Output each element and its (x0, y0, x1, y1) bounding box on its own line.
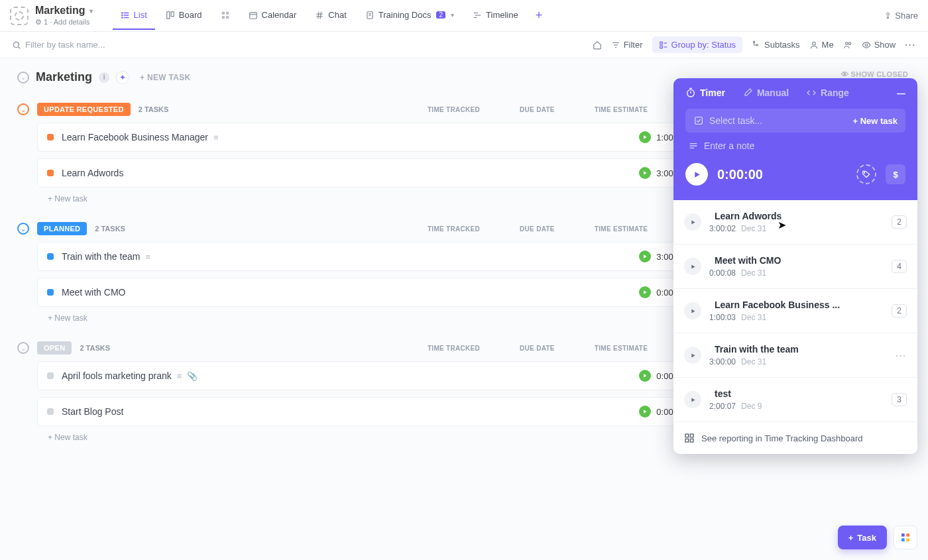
task-name[interactable]: Learn Facebook Business Manager (62, 132, 208, 142)
tag-button[interactable] (856, 164, 876, 184)
new-task-inline-button[interactable]: + New task (852, 116, 898, 126)
task-name[interactable]: Meet with CMO (62, 287, 125, 298)
svg-rect-30 (660, 46, 662, 48)
new-task-header-button[interactable]: + NEW TASK (140, 73, 190, 82)
play-icon[interactable] (639, 131, 651, 143)
svg-rect-58 (690, 439, 693, 442)
show-button[interactable]: Show (862, 40, 896, 50)
task-select-input[interactable]: Select task... + New task (685, 109, 905, 133)
description-icon: ≡ (146, 252, 151, 262)
people-icon[interactable] (843, 40, 852, 50)
task-icon (693, 115, 704, 126)
start-timer-button[interactable] (685, 163, 708, 186)
svg-point-4 (121, 15, 122, 15)
play-icon[interactable] (639, 167, 651, 179)
play-entry-button[interactable] (684, 213, 701, 231)
tab-chat[interactable]: Chat (307, 1, 354, 30)
share-button[interactable]: ⇪Share (884, 11, 918, 21)
minimize-button[interactable]: — (897, 88, 905, 98)
docs-count-badge: 2 (436, 11, 445, 19)
status-square-icon[interactable] (47, 408, 54, 415)
filter-button[interactable]: Filter (611, 40, 643, 50)
status-square-icon[interactable] (47, 372, 54, 379)
status-label[interactable]: PLANNED (37, 222, 87, 235)
play-entry-button[interactable] (684, 347, 701, 364)
more-icon[interactable]: ··· (896, 351, 907, 361)
svg-rect-55 (685, 434, 689, 437)
entry-count[interactable]: 4 (892, 260, 907, 273)
time-entry[interactable]: Learn Adwords 3:00:02Dec 31 2 (673, 200, 917, 245)
play-icon[interactable] (639, 406, 651, 418)
time-entry[interactable]: test 2:00:07Dec 9 3 (673, 378, 917, 422)
entry-count[interactable]: 3 (892, 393, 907, 406)
play-entry-button[interactable] (684, 391, 701, 408)
me-button[interactable]: Me (809, 40, 834, 50)
task-name[interactable]: Learn Adwords (62, 168, 123, 178)
play-entry-button[interactable] (684, 302, 701, 319)
play-icon[interactable] (639, 251, 651, 262)
timer-tab-manual[interactable]: Manual (742, 87, 789, 98)
timer-tab-range[interactable]: Range (806, 87, 849, 98)
status-square-icon[interactable] (47, 170, 54, 176)
tab-calendar[interactable]: Calendar (241, 1, 305, 30)
more-icon[interactable]: ··· (905, 40, 916, 50)
attachment-icon: 📎 (187, 371, 198, 381)
eye-icon (862, 40, 871, 50)
tab-list[interactable]: List (113, 1, 155, 30)
search-input[interactable]: Filter by task name... (12, 40, 105, 50)
add-view-button[interactable]: + (529, 9, 550, 23)
tab-grid[interactable] (213, 2, 238, 30)
task-name[interactable]: Train with the team (62, 251, 141, 262)
group-collapse-button[interactable]: ⌄ (17, 342, 29, 354)
automation-icon[interactable]: ✦ (116, 71, 129, 84)
billable-button[interactable]: $ (886, 164, 905, 184)
timer-tab-timer[interactable]: Timer (685, 87, 725, 98)
space-subtitle[interactable]: ⚙ 1 · Add details (35, 18, 93, 27)
status-square-icon[interactable] (47, 253, 54, 260)
subtasks-button[interactable]: Subtasks (752, 40, 799, 50)
subtasks-label: Subtasks (764, 40, 799, 50)
task-name[interactable]: Start Blog Post (62, 406, 123, 417)
create-task-fab[interactable]: +Task (838, 526, 887, 549)
time-entry[interactable]: Meet with CMO 0:00:08Dec 31 4 (673, 245, 917, 289)
note-input[interactable]: Enter a note (685, 140, 905, 151)
status-label[interactable]: UPDATE REQUESTED (37, 103, 131, 116)
share-label: Share (895, 11, 918, 21)
play-icon[interactable] (639, 370, 651, 382)
note-icon (688, 140, 699, 151)
entry-count[interactable]: 2 (892, 304, 907, 317)
chevron-down-icon: ▾ (451, 11, 454, 19)
apps-fab[interactable] (894, 526, 917, 549)
collapse-all-button[interactable]: ⌄ (17, 72, 29, 84)
status-label[interactable]: OPEN (37, 341, 72, 355)
time-entry[interactable]: Train with the team 3:00:00Dec 31 ··· (673, 333, 917, 378)
home-icon[interactable] (593, 40, 602, 50)
show-closed-button[interactable]: 👁 SHOW CLOSED (841, 70, 908, 78)
tab-timeline-label: Timeline (486, 10, 518, 20)
reporting-link[interactable]: See reporting in Time Tracking Dashboard (673, 422, 917, 454)
svg-rect-12 (249, 12, 257, 18)
entry-count[interactable]: 2 (892, 215, 907, 229)
time-entry[interactable]: Learn Facebook Business ... 1:00:03Dec 3… (673, 289, 917, 333)
group-icon (659, 40, 668, 50)
task-name[interactable]: April fools marketing prank (62, 370, 172, 381)
groupby-button[interactable]: Group by: Status (652, 36, 743, 53)
status-square-icon[interactable] (47, 134, 54, 140)
grid-icon (221, 11, 230, 20)
info-icon[interactable]: i (99, 72, 109, 83)
group-collapse-button[interactable]: ⌄ (17, 223, 29, 235)
tab-docs[interactable]: Training Docs2▾ (357, 1, 462, 30)
chevron-down-icon: ▾ (89, 7, 93, 15)
tab-board[interactable]: Board (158, 1, 210, 30)
tab-timeline[interactable]: Timeline (465, 1, 526, 30)
add-details-link[interactable]: Add details (54, 18, 89, 26)
tab-chat-label: Chat (328, 10, 346, 20)
play-icon[interactable] (639, 286, 651, 298)
svg-rect-11 (226, 16, 229, 19)
doc-icon (365, 11, 375, 20)
status-square-icon[interactable] (47, 289, 54, 296)
play-entry-button[interactable] (684, 258, 701, 275)
group-collapse-button[interactable]: ⌄ (17, 103, 29, 115)
filter-icon (611, 40, 620, 50)
space-heading[interactable]: Marketing▾ ⚙ 1 · Add details (35, 5, 93, 27)
